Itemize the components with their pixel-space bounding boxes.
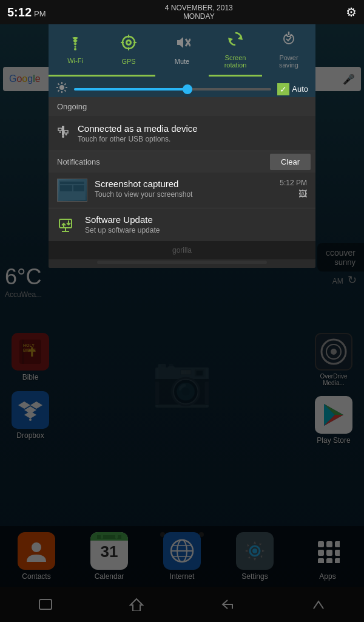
- svg-line-19: [58, 84, 59, 85]
- svg-rect-24: [58, 128, 62, 131]
- screenshot-title: Screenshot captured: [95, 179, 178, 189]
- auto-brightness-toggle[interactable]: ✓ Auto: [277, 83, 308, 95]
- tile-gps[interactable]: GPS: [102, 24, 155, 77]
- software-update-notification[interactable]: Software Update Set up software update: [49, 208, 315, 241]
- gps-icon: [120, 34, 137, 55]
- image-icon: 🖼: [298, 189, 307, 199]
- screenshot-thumb: [57, 179, 87, 202]
- svg-line-21: [64, 84, 66, 85]
- svg-marker-29: [65, 134, 67, 135]
- svg-point-14: [59, 85, 64, 90]
- svg-rect-32: [60, 182, 84, 184]
- notifications-section-row: Notifications Clear: [49, 151, 315, 173]
- status-bar: 5:12 PM 4 NOVEMBER, 2013 MONDAY ⚙: [0, 0, 364, 24]
- tile-power-saving[interactable]: Powersaving: [262, 24, 315, 77]
- gear-icon[interactable]: ⚙: [346, 5, 357, 19]
- status-date: 4 NOVEMBER, 2013 MONDAY: [46, 4, 346, 21]
- quick-settings-panel: Wi-Fi GPS: [49, 24, 315, 101]
- screenshot-notification[interactable]: Screenshot captured 5:12 PM Touch to vie…: [49, 173, 315, 208]
- wifi-label: Wi-Fi: [67, 57, 83, 64]
- brightness-slider[interactable]: [74, 88, 271, 91]
- screenshot-time-row: Screenshot captured 5:12 PM: [95, 179, 307, 189]
- quick-tiles-row: Wi-Fi GPS: [49, 24, 315, 77]
- brightness-icon: [56, 81, 68, 97]
- svg-marker-28: [59, 132, 61, 133]
- status-period: PM: [34, 9, 46, 18]
- svg-rect-34: [73, 185, 84, 191]
- rotation-icon: [227, 30, 244, 52]
- update-subtitle: Set up software update: [85, 226, 307, 234]
- svg-rect-25: [64, 131, 68, 133]
- wifi-icon: [67, 35, 84, 55]
- clear-button[interactable]: Clear: [270, 154, 311, 170]
- usb-title: Connected as a media device: [78, 123, 307, 134]
- rotation-label: Screenrotation: [224, 54, 247, 69]
- usb-subtitle: Touch for other USB options.: [78, 135, 307, 143]
- usb-notification[interactable]: Connected as a media device Touch for ot…: [49, 116, 315, 151]
- notifications-label: Notifications: [49, 152, 109, 171]
- screenshot-time: 5:12 PM: [280, 179, 307, 187]
- update-title: Software Update: [85, 214, 307, 225]
- usb-icon: [57, 125, 69, 142]
- update-notification-content: Software Update Set up software update: [85, 214, 307, 234]
- svg-point-0: [74, 48, 76, 50]
- ongoing-header: Ongoing: [49, 97, 315, 116]
- auto-label: Auto: [292, 84, 308, 94]
- gps-label: GPS: [121, 58, 135, 65]
- svg-marker-8: [177, 37, 183, 48]
- mute-label: Mute: [175, 58, 189, 65]
- usb-notification-content: Connected as a media device Touch for ot…: [78, 123, 307, 143]
- svg-line-20: [64, 90, 66, 91]
- tile-wifi[interactable]: Wi-Fi: [49, 24, 102, 77]
- drag-handle: gorilla: [49, 241, 315, 259]
- screenshot-notification-content: Screenshot captured 5:12 PM Touch to vie…: [95, 179, 307, 199]
- svg-line-22: [58, 90, 59, 91]
- notification-panel: Ongoing Connected as a media device Touc…: [49, 97, 315, 268]
- screenshot-subtitle: Touch to view your screenshot: [95, 190, 192, 199]
- update-icon: [57, 216, 76, 235]
- svg-rect-30: [62, 135, 64, 138]
- svg-point-3: [127, 41, 130, 44]
- status-time: 5:12: [7, 5, 32, 19]
- tile-mute[interactable]: Mute: [155, 24, 209, 77]
- power-saving-label: Powersaving: [279, 54, 298, 69]
- mute-icon: [174, 34, 190, 55]
- checkbox-icon: ✓: [277, 83, 289, 95]
- power-saving-icon: [280, 30, 297, 52]
- tile-rotation[interactable]: Screenrotation: [209, 24, 262, 77]
- drag-handle-bar: [97, 261, 267, 264]
- svg-rect-33: [60, 185, 72, 191]
